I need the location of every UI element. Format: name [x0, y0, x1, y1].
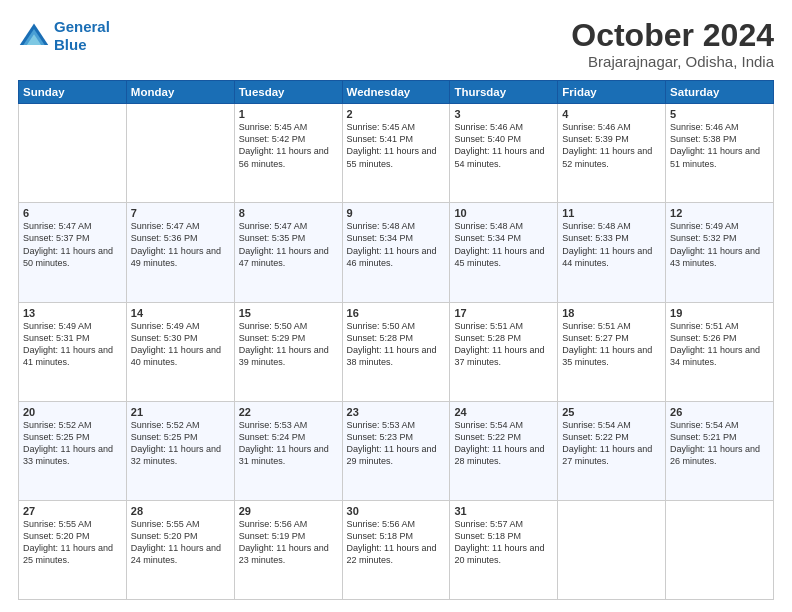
day-info: Sunrise: 5:46 AM Sunset: 5:38 PM Dayligh… [670, 121, 769, 170]
day-info: Sunrise: 5:55 AM Sunset: 5:20 PM Dayligh… [23, 518, 122, 567]
day-info: Sunrise: 5:55 AM Sunset: 5:20 PM Dayligh… [131, 518, 230, 567]
day-number: 5 [670, 108, 769, 120]
day-info: Sunrise: 5:47 AM Sunset: 5:37 PM Dayligh… [23, 220, 122, 269]
calendar-week-4: 20Sunrise: 5:52 AM Sunset: 5:25 PM Dayli… [19, 401, 774, 500]
calendar-cell: 27Sunrise: 5:55 AM Sunset: 5:20 PM Dayli… [19, 500, 127, 599]
day-info: Sunrise: 5:46 AM Sunset: 5:40 PM Dayligh… [454, 121, 553, 170]
day-number: 27 [23, 505, 122, 517]
calendar-cell: 31Sunrise: 5:57 AM Sunset: 5:18 PM Dayli… [450, 500, 558, 599]
day-info: Sunrise: 5:47 AM Sunset: 5:35 PM Dayligh… [239, 220, 338, 269]
calendar-cell: 28Sunrise: 5:55 AM Sunset: 5:20 PM Dayli… [126, 500, 234, 599]
logo: General Blue [18, 18, 110, 54]
day-number: 19 [670, 307, 769, 319]
calendar-cell: 5Sunrise: 5:46 AM Sunset: 5:38 PM Daylig… [666, 104, 774, 203]
day-info: Sunrise: 5:53 AM Sunset: 5:24 PM Dayligh… [239, 419, 338, 468]
calendar-header-friday: Friday [558, 81, 666, 104]
day-number: 13 [23, 307, 122, 319]
calendar-cell [126, 104, 234, 203]
day-info: Sunrise: 5:56 AM Sunset: 5:18 PM Dayligh… [347, 518, 446, 567]
day-number: 3 [454, 108, 553, 120]
day-info: Sunrise: 5:50 AM Sunset: 5:28 PM Dayligh… [347, 320, 446, 369]
calendar-header-monday: Monday [126, 81, 234, 104]
calendar-cell: 16Sunrise: 5:50 AM Sunset: 5:28 PM Dayli… [342, 302, 450, 401]
day-number: 12 [670, 207, 769, 219]
day-number: 18 [562, 307, 661, 319]
day-number: 28 [131, 505, 230, 517]
day-number: 30 [347, 505, 446, 517]
day-number: 15 [239, 307, 338, 319]
day-info: Sunrise: 5:54 AM Sunset: 5:21 PM Dayligh… [670, 419, 769, 468]
calendar-header-sunday: Sunday [19, 81, 127, 104]
calendar-header-thursday: Thursday [450, 81, 558, 104]
calendar-cell: 23Sunrise: 5:53 AM Sunset: 5:23 PM Dayli… [342, 401, 450, 500]
day-info: Sunrise: 5:51 AM Sunset: 5:27 PM Dayligh… [562, 320, 661, 369]
calendar-header-saturday: Saturday [666, 81, 774, 104]
calendar-week-2: 6Sunrise: 5:47 AM Sunset: 5:37 PM Daylig… [19, 203, 774, 302]
day-info: Sunrise: 5:54 AM Sunset: 5:22 PM Dayligh… [454, 419, 553, 468]
calendar-header-row: SundayMondayTuesdayWednesdayThursdayFrid… [19, 81, 774, 104]
calendar-header-wednesday: Wednesday [342, 81, 450, 104]
day-number: 6 [23, 207, 122, 219]
day-info: Sunrise: 5:48 AM Sunset: 5:34 PM Dayligh… [347, 220, 446, 269]
calendar-cell: 26Sunrise: 5:54 AM Sunset: 5:21 PM Dayli… [666, 401, 774, 500]
day-info: Sunrise: 5:45 AM Sunset: 5:42 PM Dayligh… [239, 121, 338, 170]
page: General Blue October 2024 Brajarajnagar,… [0, 0, 792, 612]
calendar-week-3: 13Sunrise: 5:49 AM Sunset: 5:31 PM Dayli… [19, 302, 774, 401]
calendar-cell: 13Sunrise: 5:49 AM Sunset: 5:31 PM Dayli… [19, 302, 127, 401]
day-info: Sunrise: 5:54 AM Sunset: 5:22 PM Dayligh… [562, 419, 661, 468]
day-number: 29 [239, 505, 338, 517]
day-number: 17 [454, 307, 553, 319]
day-info: Sunrise: 5:57 AM Sunset: 5:18 PM Dayligh… [454, 518, 553, 567]
calendar-cell: 3Sunrise: 5:46 AM Sunset: 5:40 PM Daylig… [450, 104, 558, 203]
day-number: 26 [670, 406, 769, 418]
day-info: Sunrise: 5:48 AM Sunset: 5:33 PM Dayligh… [562, 220, 661, 269]
day-info: Sunrise: 5:45 AM Sunset: 5:41 PM Dayligh… [347, 121, 446, 170]
day-number: 22 [239, 406, 338, 418]
calendar-cell: 29Sunrise: 5:56 AM Sunset: 5:19 PM Dayli… [234, 500, 342, 599]
day-info: Sunrise: 5:49 AM Sunset: 5:30 PM Dayligh… [131, 320, 230, 369]
day-number: 31 [454, 505, 553, 517]
calendar-cell: 15Sunrise: 5:50 AM Sunset: 5:29 PM Dayli… [234, 302, 342, 401]
day-number: 9 [347, 207, 446, 219]
day-number: 1 [239, 108, 338, 120]
day-number: 14 [131, 307, 230, 319]
main-title: October 2024 [571, 18, 774, 53]
subtitle: Brajarajnagar, Odisha, India [571, 53, 774, 70]
calendar-cell [558, 500, 666, 599]
calendar-cell: 2Sunrise: 5:45 AM Sunset: 5:41 PM Daylig… [342, 104, 450, 203]
day-info: Sunrise: 5:49 AM Sunset: 5:32 PM Dayligh… [670, 220, 769, 269]
logo-icon [18, 20, 50, 52]
calendar-cell [666, 500, 774, 599]
calendar-cell: 22Sunrise: 5:53 AM Sunset: 5:24 PM Dayli… [234, 401, 342, 500]
day-number: 21 [131, 406, 230, 418]
day-info: Sunrise: 5:53 AM Sunset: 5:23 PM Dayligh… [347, 419, 446, 468]
day-number: 16 [347, 307, 446, 319]
day-number: 4 [562, 108, 661, 120]
calendar-cell: 14Sunrise: 5:49 AM Sunset: 5:30 PM Dayli… [126, 302, 234, 401]
calendar-cell: 25Sunrise: 5:54 AM Sunset: 5:22 PM Dayli… [558, 401, 666, 500]
calendar-cell: 1Sunrise: 5:45 AM Sunset: 5:42 PM Daylig… [234, 104, 342, 203]
calendar-cell: 6Sunrise: 5:47 AM Sunset: 5:37 PM Daylig… [19, 203, 127, 302]
day-info: Sunrise: 5:51 AM Sunset: 5:28 PM Dayligh… [454, 320, 553, 369]
calendar-cell: 24Sunrise: 5:54 AM Sunset: 5:22 PM Dayli… [450, 401, 558, 500]
day-info: Sunrise: 5:56 AM Sunset: 5:19 PM Dayligh… [239, 518, 338, 567]
day-number: 2 [347, 108, 446, 120]
day-info: Sunrise: 5:46 AM Sunset: 5:39 PM Dayligh… [562, 121, 661, 170]
day-info: Sunrise: 5:52 AM Sunset: 5:25 PM Dayligh… [131, 419, 230, 468]
day-number: 20 [23, 406, 122, 418]
calendar-table: SundayMondayTuesdayWednesdayThursdayFrid… [18, 80, 774, 600]
day-info: Sunrise: 5:47 AM Sunset: 5:36 PM Dayligh… [131, 220, 230, 269]
calendar-cell: 30Sunrise: 5:56 AM Sunset: 5:18 PM Dayli… [342, 500, 450, 599]
day-info: Sunrise: 5:52 AM Sunset: 5:25 PM Dayligh… [23, 419, 122, 468]
day-number: 23 [347, 406, 446, 418]
calendar-cell: 7Sunrise: 5:47 AM Sunset: 5:36 PM Daylig… [126, 203, 234, 302]
day-info: Sunrise: 5:51 AM Sunset: 5:26 PM Dayligh… [670, 320, 769, 369]
calendar-cell: 11Sunrise: 5:48 AM Sunset: 5:33 PM Dayli… [558, 203, 666, 302]
calendar-cell: 10Sunrise: 5:48 AM Sunset: 5:34 PM Dayli… [450, 203, 558, 302]
calendar-cell: 20Sunrise: 5:52 AM Sunset: 5:25 PM Dayli… [19, 401, 127, 500]
calendar-cell: 18Sunrise: 5:51 AM Sunset: 5:27 PM Dayli… [558, 302, 666, 401]
header: General Blue October 2024 Brajarajnagar,… [18, 18, 774, 70]
calendar-cell: 21Sunrise: 5:52 AM Sunset: 5:25 PM Dayli… [126, 401, 234, 500]
calendar-header-tuesday: Tuesday [234, 81, 342, 104]
day-info: Sunrise: 5:48 AM Sunset: 5:34 PM Dayligh… [454, 220, 553, 269]
